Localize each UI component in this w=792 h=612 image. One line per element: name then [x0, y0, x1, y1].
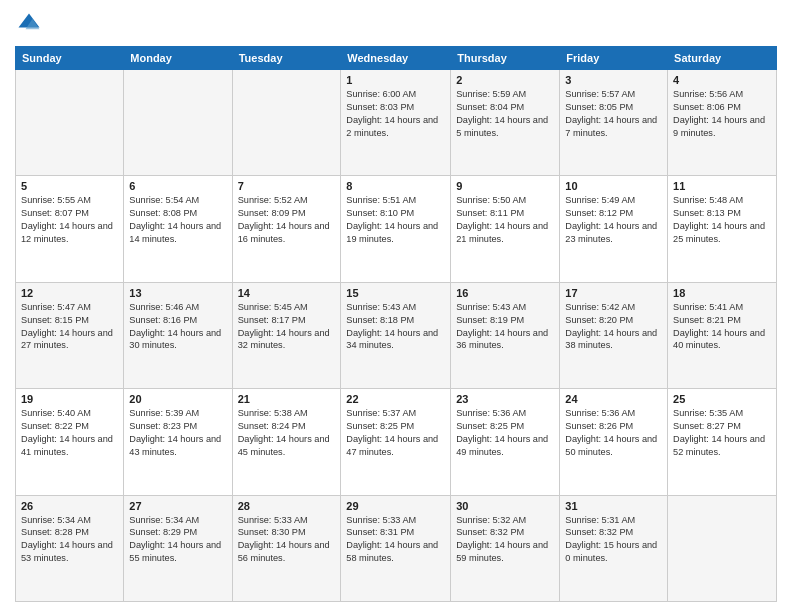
day-number: 2	[456, 74, 554, 86]
day-number: 3	[565, 74, 662, 86]
day-number: 19	[21, 393, 118, 405]
calendar-cell: 12Sunrise: 5:47 AMSunset: 8:15 PMDayligh…	[16, 282, 124, 388]
day-number: 13	[129, 287, 226, 299]
day-number: 10	[565, 180, 662, 192]
calendar-week-row: 1Sunrise: 6:00 AMSunset: 8:03 PMDaylight…	[16, 70, 777, 176]
col-header-monday: Monday	[124, 47, 232, 70]
day-info: Sunrise: 5:51 AMSunset: 8:10 PMDaylight:…	[346, 194, 445, 246]
calendar-cell: 30Sunrise: 5:32 AMSunset: 8:32 PMDayligh…	[451, 495, 560, 601]
col-header-saturday: Saturday	[668, 47, 777, 70]
day-info: Sunrise: 5:38 AMSunset: 8:24 PMDaylight:…	[238, 407, 336, 459]
calendar-cell: 29Sunrise: 5:33 AMSunset: 8:31 PMDayligh…	[341, 495, 451, 601]
calendar-cell: 10Sunrise: 5:49 AMSunset: 8:12 PMDayligh…	[560, 176, 668, 282]
calendar-cell: 27Sunrise: 5:34 AMSunset: 8:29 PMDayligh…	[124, 495, 232, 601]
calendar-cell: 2Sunrise: 5:59 AMSunset: 8:04 PMDaylight…	[451, 70, 560, 176]
day-info: Sunrise: 5:50 AMSunset: 8:11 PMDaylight:…	[456, 194, 554, 246]
day-info: Sunrise: 5:48 AMSunset: 8:13 PMDaylight:…	[673, 194, 771, 246]
day-info: Sunrise: 5:42 AMSunset: 8:20 PMDaylight:…	[565, 301, 662, 353]
day-number: 30	[456, 500, 554, 512]
day-info: Sunrise: 5:47 AMSunset: 8:15 PMDaylight:…	[21, 301, 118, 353]
day-number: 11	[673, 180, 771, 192]
calendar-table: SundayMondayTuesdayWednesdayThursdayFrid…	[15, 46, 777, 602]
day-number: 14	[238, 287, 336, 299]
day-info: Sunrise: 6:00 AMSunset: 8:03 PMDaylight:…	[346, 88, 445, 140]
header	[15, 10, 777, 38]
day-info: Sunrise: 5:43 AMSunset: 8:18 PMDaylight:…	[346, 301, 445, 353]
day-info: Sunrise: 5:37 AMSunset: 8:25 PMDaylight:…	[346, 407, 445, 459]
calendar-cell: 9Sunrise: 5:50 AMSunset: 8:11 PMDaylight…	[451, 176, 560, 282]
day-number: 4	[673, 74, 771, 86]
day-number: 22	[346, 393, 445, 405]
col-header-thursday: Thursday	[451, 47, 560, 70]
calendar-cell: 28Sunrise: 5:33 AMSunset: 8:30 PMDayligh…	[232, 495, 341, 601]
day-info: Sunrise: 5:36 AMSunset: 8:25 PMDaylight:…	[456, 407, 554, 459]
day-number: 21	[238, 393, 336, 405]
calendar-cell	[124, 70, 232, 176]
day-info: Sunrise: 5:39 AMSunset: 8:23 PMDaylight:…	[129, 407, 226, 459]
col-header-tuesday: Tuesday	[232, 47, 341, 70]
day-number: 23	[456, 393, 554, 405]
calendar-cell: 16Sunrise: 5:43 AMSunset: 8:19 PMDayligh…	[451, 282, 560, 388]
day-info: Sunrise: 5:52 AMSunset: 8:09 PMDaylight:…	[238, 194, 336, 246]
day-number: 24	[565, 393, 662, 405]
day-number: 17	[565, 287, 662, 299]
calendar-cell: 11Sunrise: 5:48 AMSunset: 8:13 PMDayligh…	[668, 176, 777, 282]
day-number: 27	[129, 500, 226, 512]
day-info: Sunrise: 5:55 AMSunset: 8:07 PMDaylight:…	[21, 194, 118, 246]
day-number: 20	[129, 393, 226, 405]
calendar-cell: 14Sunrise: 5:45 AMSunset: 8:17 PMDayligh…	[232, 282, 341, 388]
calendar-cell: 22Sunrise: 5:37 AMSunset: 8:25 PMDayligh…	[341, 389, 451, 495]
page: SundayMondayTuesdayWednesdayThursdayFrid…	[0, 0, 792, 612]
day-info: Sunrise: 5:36 AMSunset: 8:26 PMDaylight:…	[565, 407, 662, 459]
col-header-sunday: Sunday	[16, 47, 124, 70]
day-number: 5	[21, 180, 118, 192]
day-info: Sunrise: 5:32 AMSunset: 8:32 PMDaylight:…	[456, 514, 554, 566]
col-header-wednesday: Wednesday	[341, 47, 451, 70]
day-info: Sunrise: 5:34 AMSunset: 8:28 PMDaylight:…	[21, 514, 118, 566]
calendar-cell: 24Sunrise: 5:36 AMSunset: 8:26 PMDayligh…	[560, 389, 668, 495]
calendar-cell	[668, 495, 777, 601]
day-number: 18	[673, 287, 771, 299]
day-number: 1	[346, 74, 445, 86]
calendar-cell: 21Sunrise: 5:38 AMSunset: 8:24 PMDayligh…	[232, 389, 341, 495]
day-info: Sunrise: 5:45 AMSunset: 8:17 PMDaylight:…	[238, 301, 336, 353]
logo-icon	[15, 10, 43, 38]
col-header-friday: Friday	[560, 47, 668, 70]
day-number: 15	[346, 287, 445, 299]
calendar-cell: 26Sunrise: 5:34 AMSunset: 8:28 PMDayligh…	[16, 495, 124, 601]
day-info: Sunrise: 5:56 AMSunset: 8:06 PMDaylight:…	[673, 88, 771, 140]
calendar-cell: 25Sunrise: 5:35 AMSunset: 8:27 PMDayligh…	[668, 389, 777, 495]
day-number: 8	[346, 180, 445, 192]
calendar-cell: 7Sunrise: 5:52 AMSunset: 8:09 PMDaylight…	[232, 176, 341, 282]
day-info: Sunrise: 5:33 AMSunset: 8:30 PMDaylight:…	[238, 514, 336, 566]
day-number: 7	[238, 180, 336, 192]
calendar-cell: 18Sunrise: 5:41 AMSunset: 8:21 PMDayligh…	[668, 282, 777, 388]
day-info: Sunrise: 5:34 AMSunset: 8:29 PMDaylight:…	[129, 514, 226, 566]
calendar-cell: 23Sunrise: 5:36 AMSunset: 8:25 PMDayligh…	[451, 389, 560, 495]
day-info: Sunrise: 5:49 AMSunset: 8:12 PMDaylight:…	[565, 194, 662, 246]
calendar-cell: 3Sunrise: 5:57 AMSunset: 8:05 PMDaylight…	[560, 70, 668, 176]
calendar-cell: 17Sunrise: 5:42 AMSunset: 8:20 PMDayligh…	[560, 282, 668, 388]
day-info: Sunrise: 5:41 AMSunset: 8:21 PMDaylight:…	[673, 301, 771, 353]
day-info: Sunrise: 5:35 AMSunset: 8:27 PMDaylight:…	[673, 407, 771, 459]
day-number: 12	[21, 287, 118, 299]
calendar-week-row: 26Sunrise: 5:34 AMSunset: 8:28 PMDayligh…	[16, 495, 777, 601]
day-number: 25	[673, 393, 771, 405]
calendar-cell: 8Sunrise: 5:51 AMSunset: 8:10 PMDaylight…	[341, 176, 451, 282]
day-number: 9	[456, 180, 554, 192]
day-info: Sunrise: 5:43 AMSunset: 8:19 PMDaylight:…	[456, 301, 554, 353]
day-number: 29	[346, 500, 445, 512]
day-info: Sunrise: 5:54 AMSunset: 8:08 PMDaylight:…	[129, 194, 226, 246]
day-info: Sunrise: 5:59 AMSunset: 8:04 PMDaylight:…	[456, 88, 554, 140]
calendar-week-row: 5Sunrise: 5:55 AMSunset: 8:07 PMDaylight…	[16, 176, 777, 282]
day-info: Sunrise: 5:57 AMSunset: 8:05 PMDaylight:…	[565, 88, 662, 140]
calendar-cell: 13Sunrise: 5:46 AMSunset: 8:16 PMDayligh…	[124, 282, 232, 388]
day-info: Sunrise: 5:31 AMSunset: 8:32 PMDaylight:…	[565, 514, 662, 566]
calendar-header-row: SundayMondayTuesdayWednesdayThursdayFrid…	[16, 47, 777, 70]
day-info: Sunrise: 5:33 AMSunset: 8:31 PMDaylight:…	[346, 514, 445, 566]
calendar-cell	[16, 70, 124, 176]
calendar-week-row: 12Sunrise: 5:47 AMSunset: 8:15 PMDayligh…	[16, 282, 777, 388]
calendar-cell: 20Sunrise: 5:39 AMSunset: 8:23 PMDayligh…	[124, 389, 232, 495]
day-number: 31	[565, 500, 662, 512]
day-number: 16	[456, 287, 554, 299]
